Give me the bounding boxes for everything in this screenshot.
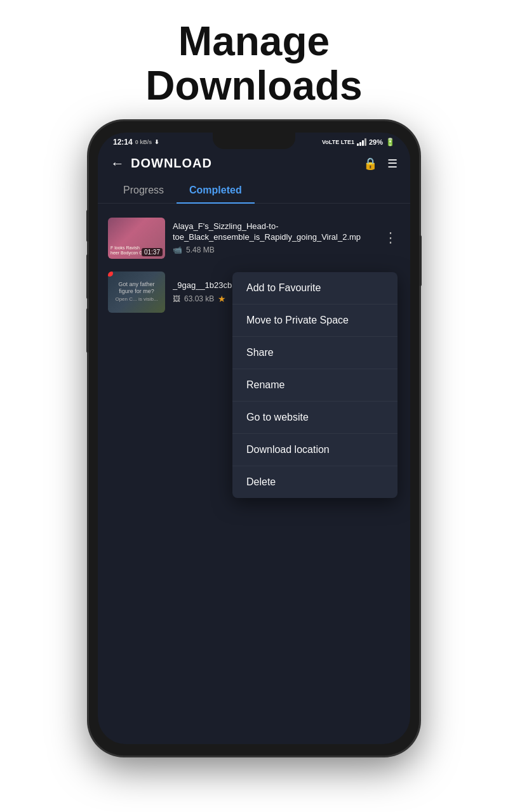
thumb-video-text: F looks Ravishheer Bodycon G	[108, 243, 145, 259]
lock-icon[interactable]: 🔒	[363, 157, 377, 171]
context-delete[interactable]: Delete	[232, 466, 398, 498]
tab-progress[interactable]: Progress	[110, 178, 177, 204]
toolbar-title: DOWNLOAD	[131, 156, 212, 171]
back-button[interactable]: ←	[110, 155, 124, 172]
battery-icon: 🔋	[385, 138, 395, 147]
status-left: 12:14 0 kB/s ⬇	[113, 138, 159, 147]
item-name-1: Alaya_F's_Sizzling_Head-to-toe_Black_ens…	[173, 221, 373, 243]
context-rename[interactable]: Rename	[232, 369, 398, 402]
battery-percent: 29%	[369, 138, 383, 146]
phone-screen: 12:14 0 kB/s ⬇ VoLTE LTE1 29% 🔋 ← DOW	[98, 133, 410, 744]
download-icon: ⬇	[154, 139, 159, 145]
signal-bars	[357, 138, 366, 146]
tab-completed[interactable]: Completed	[177, 178, 255, 204]
download-item-1: F looks Ravishheer Bodycon G 01:37 Alaya…	[98, 211, 410, 265]
signal-bar-1	[357, 143, 359, 146]
volume-up-button	[86, 254, 89, 299]
context-add-favourite[interactable]: Add to Favourite	[232, 272, 398, 304]
signal-bar-3	[362, 140, 364, 146]
thumbnail-2: Got any fatherfigure for me?Open C... is…	[108, 272, 165, 313]
duration-badge-1: 01:37	[142, 248, 163, 256]
context-download-location[interactable]: Download location	[232, 434, 398, 466]
context-go-to-website[interactable]: Go to website	[232, 402, 398, 434]
phone-notch	[213, 133, 295, 149]
context-move-private-space[interactable]: Move to Private Space	[232, 304, 398, 337]
signal-bar-2	[359, 142, 361, 146]
thumbnail-1: F looks Ravishheer Bodycon G 01:37	[108, 218, 165, 259]
power-button	[419, 235, 422, 286]
title-line2: Downloads	[145, 63, 362, 108]
image-icon-2: 🖼	[173, 294, 180, 303]
phone-mockup: 12:14 0 kB/s ⬇ VoLTE LTE1 29% 🔋 ← DOW	[89, 121, 419, 756]
thumb-img-text: Got any fatherfigure for me?Open C... is…	[112, 278, 160, 306]
status-time: 12:14	[113, 138, 133, 147]
title-line1: Manage	[145, 19, 362, 63]
status-network: 0 kB/s	[135, 139, 152, 145]
video-icon-1: 📹	[173, 246, 182, 254]
toolbar-right: 🔒 ☰	[363, 157, 398, 171]
tabs-bar: Progress Completed	[98, 178, 410, 204]
context-menu: Add to Favourite Move to Private Space S…	[232, 272, 398, 498]
status-right: VoLTE LTE1 29% 🔋	[322, 138, 395, 147]
thumb-img-bg: Got any fatherfigure for me?Open C... is…	[108, 272, 165, 313]
mute-button	[86, 210, 89, 242]
signal-bar-4	[364, 138, 366, 146]
network-type-label: VoLTE LTE1	[322, 139, 354, 145]
file-size-1: 5.48 MB	[186, 246, 215, 254]
volume-down-button	[86, 308, 89, 353]
page-title: Manage Downloads	[145, 19, 362, 108]
star-icon-2: ★	[218, 294, 226, 304]
item-meta-1: 📹 5.48 MB	[173, 246, 373, 254]
context-share[interactable]: Share	[232, 337, 398, 369]
toolbar: ← DOWNLOAD 🔒 ☰	[98, 149, 410, 178]
item-info-1: Alaya_F's_Sizzling_Head-to-toe_Black_ens…	[173, 221, 373, 254]
toolbar-left: ← DOWNLOAD	[110, 155, 212, 172]
more-button-1[interactable]: ⋮	[381, 228, 400, 247]
file-size-2: 63.03 kB	[184, 294, 214, 303]
list-icon[interactable]: ☰	[387, 157, 398, 171]
